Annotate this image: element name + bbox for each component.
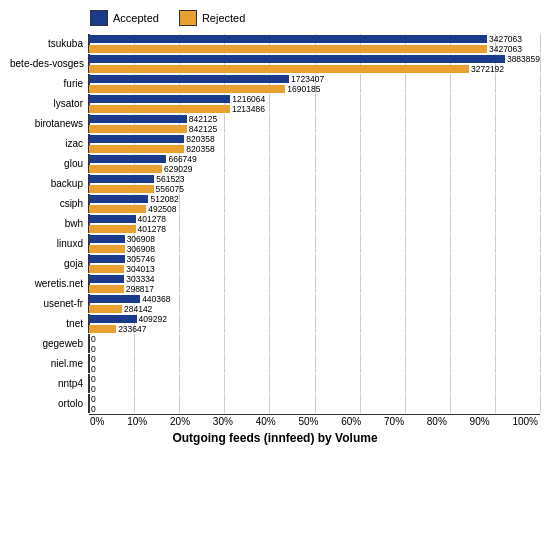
legend-accepted: Accepted (90, 10, 159, 26)
row-bars-inner: 00 (89, 374, 540, 393)
bar-row: linuxd 306908306908 (10, 234, 540, 253)
row-bars-container: 440368284142 (88, 294, 540, 313)
bar-rejected (89, 325, 116, 333)
bar-accepted (89, 175, 154, 183)
row-bars-inner: 17234071690185 (89, 74, 540, 93)
bar-row: bete-des-vosges 38838593272192 (10, 54, 540, 73)
bar-row: goja 305746304013 (10, 254, 540, 273)
bar-rejected (89, 265, 124, 273)
row-bars-inner: 12160641213486 (89, 94, 540, 113)
bar-accepted-label: 0 (91, 374, 96, 384)
row-bars-inner: 303334298817 (89, 274, 540, 293)
bar-accepted (89, 295, 140, 303)
bar-rejected (89, 205, 146, 213)
bar-rejected-label: 492508 (148, 204, 176, 214)
row-bars-inner: 512082492508 (89, 194, 540, 213)
bar-accepted (89, 75, 289, 83)
bar-rejected (89, 165, 162, 173)
x-axis-labels: 0% 10% 20% 30% 40% 50% 60% 70% 80% 90% 1… (90, 416, 538, 427)
bar-accepted (89, 315, 137, 323)
legend-rejected-label: Rejected (202, 12, 245, 24)
bar-rejected-label: 306908 (127, 244, 155, 254)
bar-rejected-label: 0 (91, 364, 96, 374)
x-axis-title: Outgoing feeds (innfeed) by Volume (10, 431, 540, 445)
bar-accepted-label: 306908 (127, 234, 155, 244)
row-label: bwh (10, 218, 88, 229)
row-bars-inner: 409292233647 (89, 314, 540, 333)
bar-rejected (89, 85, 285, 93)
row-bars-container: 38838593272192 (88, 54, 540, 73)
row-bars-container: 512082492508 (88, 194, 540, 213)
bar-rejected (89, 45, 487, 53)
bar-rejected (89, 225, 136, 233)
bar-rejected (89, 105, 230, 113)
bar-row: usenet-fr 440368284142 (10, 294, 540, 313)
bar-rejected-label: 1213486 (232, 104, 265, 114)
bar-row: birotanews 842125842125 (10, 114, 540, 133)
row-label: tsukuba (10, 38, 88, 49)
bar-accepted (89, 35, 487, 43)
bar-row: ortolo 00 (10, 394, 540, 413)
row-bars-container: 305746304013 (88, 254, 540, 273)
row-label: bete-des-vosges (10, 58, 88, 69)
bar-rejected-label: 556075 (156, 184, 184, 194)
bar-rejected-label: 3427063 (489, 44, 522, 54)
row-bars-inner: 820358820358 (89, 134, 540, 153)
row-bars-container: 34270633427063 (88, 34, 540, 53)
bar-accepted-label: 1216064 (232, 94, 265, 104)
bar-rejected-label: 401278 (138, 224, 166, 234)
row-bars-container: 303334298817 (88, 274, 540, 293)
bar-rejected (89, 185, 154, 193)
bar-accepted (89, 55, 505, 63)
row-bars-inner: 305746304013 (89, 254, 540, 273)
row-bars-container: 561523556075 (88, 174, 540, 193)
row-label: glou (10, 158, 88, 169)
bar-rejected-label: 298817 (126, 284, 154, 294)
legend-rejected: Rejected (179, 10, 245, 26)
row-bars-inner: 34270633427063 (89, 34, 540, 53)
bar-row: gegeweb 00 (10, 334, 540, 353)
bar-rejected (89, 145, 184, 153)
bar-accepted-label: 303334 (126, 274, 154, 284)
row-bars-container: 00 (88, 374, 540, 393)
row-bars-container: 00 (88, 394, 540, 413)
bar-rejected (89, 65, 469, 73)
bar-accepted-label: 3427063 (489, 34, 522, 44)
bar-row: backup 561523556075 (10, 174, 540, 193)
bar-accepted (89, 95, 230, 103)
row-bars-container: 306908306908 (88, 234, 540, 253)
bar-accepted-label: 3883859 (507, 54, 540, 64)
row-bars-inner: 00 (89, 394, 540, 413)
row-label: weretis.net (10, 278, 88, 289)
bar-rejected-label: 842125 (189, 124, 217, 134)
bar-row: tsukuba 34270633427063 (10, 34, 540, 53)
bar-accepted (89, 215, 136, 223)
bar-accepted-label: 842125 (189, 114, 217, 124)
bar-accepted-label: 409292 (139, 314, 167, 324)
row-bars-inner: 401278401278 (89, 214, 540, 233)
row-bars-container: 842125842125 (88, 114, 540, 133)
bar-row: tnet 409292233647 (10, 314, 540, 333)
legend: Accepted Rejected (90, 10, 540, 26)
bar-rejected-label: 233647 (118, 324, 146, 334)
bar-accepted-label: 820358 (186, 134, 214, 144)
bar-accepted-label: 440368 (142, 294, 170, 304)
bar-rejected-label: 629029 (164, 164, 192, 174)
bar-row: nntp4 00 (10, 374, 540, 393)
bar-accepted (89, 155, 166, 163)
bar-rejected-label: 284142 (124, 304, 152, 314)
chart-rows: tsukuba 34270633427063bete-des-vosges 38… (10, 34, 540, 415)
row-bars-inner: 00 (89, 354, 540, 373)
row-bars-inner: 306908306908 (89, 234, 540, 253)
row-bars-container: 00 (88, 334, 540, 353)
bar-accepted (89, 115, 187, 123)
bar-row: lysator 12160641213486 (10, 94, 540, 113)
row-bars-inner: 440368284142 (89, 294, 540, 313)
row-bars-container: 666749629029 (88, 154, 540, 173)
row-label: ortolo (10, 398, 88, 409)
bar-accepted-label: 0 (91, 334, 96, 344)
bar-accepted (89, 235, 125, 243)
bar-rejected-label: 820358 (186, 144, 214, 154)
bar-rejected-label: 0 (91, 344, 96, 354)
legend-rejected-box (179, 10, 197, 26)
